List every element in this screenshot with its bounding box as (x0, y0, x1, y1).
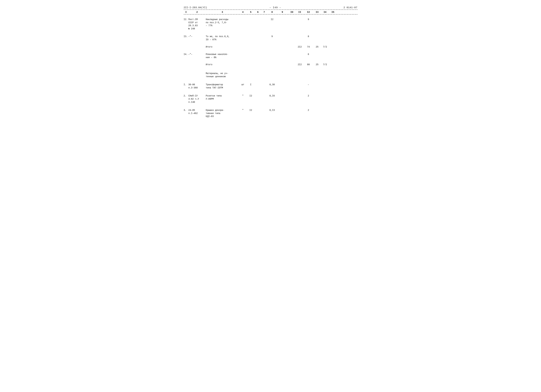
row1-col3: Трансформатортипа ТАГ–IOTМ (206, 83, 239, 89)
table-row: Итого 2I2 74 25 7/2 (184, 45, 358, 50)
header-divider (184, 10, 358, 10)
table-row: I. 36–06п.3-360 Трансформатортипа ТАГ–IO… (184, 82, 358, 90)
table-row: I3. –"– То же, по поз.6,9,IO – 87% 9 8 (184, 34, 358, 42)
itogo1-col13: 25 (313, 46, 321, 49)
row-i2-col8: I2 (267, 18, 277, 21)
col-header-15: I5 (329, 11, 337, 14)
table-row: I4. –"– Плановые накопле-ния – 8% 6 (184, 52, 358, 60)
column-headers: I 2 3 4 5 6 7 8 9 IO II I2 I3 I4 I5 (184, 10, 358, 15)
row-i4-col1: I4. (184, 53, 188, 56)
itogo1-col3: Итого (206, 46, 239, 49)
table-row: Материалы, не уч-тенные ценником (184, 71, 358, 79)
col-header-7: 7 (261, 11, 267, 14)
row1-col8: 0,38 (267, 83, 277, 86)
top-header: 2II-I-293.84(YI) – I49 – 2 0141-07 (184, 6, 358, 9)
row2-col12: 2 (304, 94, 313, 98)
row1-col4: шт (239, 83, 247, 86)
table-row: 3. 24–05п.I–462 Крышка декора-тивная тип… (184, 108, 358, 119)
row-i2-col12: 9 (304, 18, 313, 21)
row2-col3: Розетки типаУ–89РМ (206, 94, 239, 101)
row-i3-col12: 8 (304, 35, 313, 38)
row1-col1: I. (184, 83, 188, 86)
row2-col1: 2. (184, 94, 188, 98)
col-header-2: 2 (188, 11, 206, 14)
mat-col3: Материалы, не уч-тенные ценником (206, 72, 239, 78)
col-header-14: I4 (321, 11, 329, 14)
row-i4-col3: Плановые накопле-ния – 8% (206, 53, 239, 59)
row3-col1: 3. (184, 109, 188, 112)
row3-col4: " (239, 109, 247, 112)
row3-col8: 0,I3 (267, 109, 277, 112)
row2-col2: СНиП–IУ4–82 ч.Уп.I40 (188, 94, 206, 104)
row-i3-col2: –"– (188, 35, 206, 38)
itogo1-col11: 2I2 (296, 46, 304, 49)
row-i4-col12: 6 (304, 53, 313, 56)
col-header-9: 9 (277, 11, 288, 14)
itogo2-col14: 7/2 (321, 63, 329, 66)
row-i4-col2: –"– (188, 53, 206, 56)
row3-col5: I2 (247, 109, 255, 112)
itogo1-col14: 7/2 (321, 46, 329, 49)
row1-col2: 36–06п.3-360 (188, 83, 206, 89)
row2-col4: " (239, 94, 247, 98)
col-header-12: I2 (304, 11, 313, 14)
table-row: 2. СНиП–IУ4–82 ч.Уп.I40 Розетки типаУ–89… (184, 93, 358, 105)
row2-col5: I2 (247, 94, 255, 98)
col-header-4: 4 (239, 11, 247, 14)
row-i2-col3: Накладные расходыпо поз.2-5, 7,8–– 77% (206, 18, 239, 27)
row2-col8: 0,I6 (267, 94, 277, 98)
col-header-11: II (296, 11, 304, 14)
col-header-3: 3 (206, 11, 239, 14)
itogo2-col11: 2I2 (296, 63, 304, 66)
row3-col12: 2 (304, 109, 313, 112)
table-row: Итого 2I2 80 25 7/2 (184, 62, 358, 67)
table-body: I2. Пост.СМСССР от28.3.83№ 248 Накладные… (184, 17, 358, 119)
page: 2II-I-293.84(YI) – I49 – 2 0141-07 I 2 3… (184, 6, 358, 119)
col-header-13: I3 (313, 11, 321, 14)
row3-col3: Крышка декора-тивная типаКДI–03 (206, 109, 239, 118)
header-left: 2II-I-293.84(YI) (184, 6, 207, 9)
col-header-6: 6 (255, 11, 261, 14)
col-header-5: 5 (247, 11, 255, 14)
row-i2-col2: Пост.СМСССР от28.3.83№ 248 (188, 18, 206, 30)
header-right: 2 0141-07 (343, 6, 358, 9)
row1-col5: I (247, 83, 255, 86)
row1-col12: – (304, 83, 313, 86)
col-header-8: 8 (267, 11, 277, 14)
row-i3-col8: 9 (267, 35, 277, 38)
header-center: – I49 – (270, 6, 281, 9)
row-i3-col1: I3. (184, 35, 188, 38)
row3-col2: 24–05п.I–462 (188, 109, 206, 115)
itogo2-col3: Итого (206, 63, 239, 66)
itogo1-col12: 74 (304, 46, 313, 49)
col-header-10: IO (288, 11, 296, 14)
col-header-1: I (184, 11, 188, 14)
row-i2-col1: I2. (184, 18, 188, 21)
row-i3-col3: То же, по поз.6,9,IO – 87% (206, 35, 239, 41)
itogo2-col13: 25 (313, 63, 321, 66)
table-row: I2. Пост.СМСССР от28.3.83№ 248 Накладные… (184, 17, 358, 31)
itogo2-col12: 80 (304, 63, 313, 66)
